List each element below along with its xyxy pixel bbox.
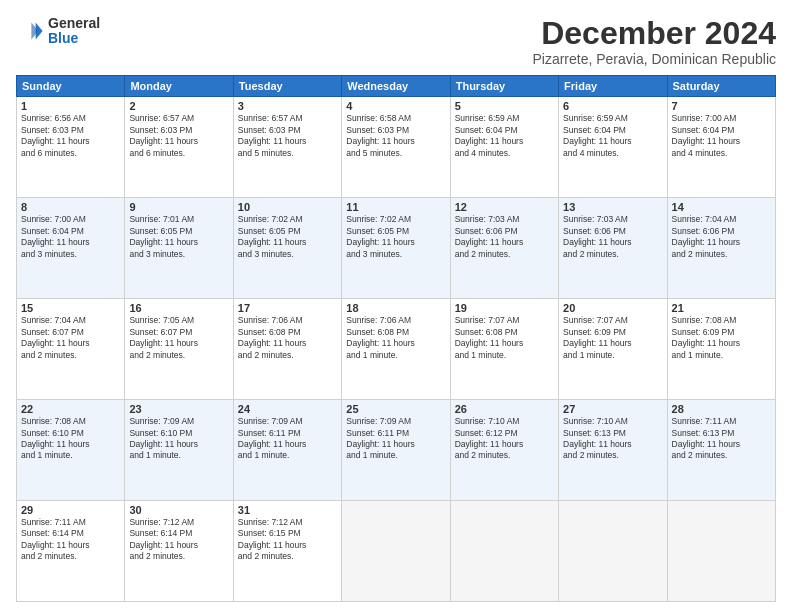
calendar-cell xyxy=(450,501,558,602)
calendar-cell: 25Sunrise: 7:09 AMSunset: 6:11 PMDayligh… xyxy=(342,400,450,501)
calendar-cell: 23Sunrise: 7:09 AMSunset: 6:10 PMDayligh… xyxy=(125,400,233,501)
weekday-header-saturday: Saturday xyxy=(667,76,775,97)
day-number: 27 xyxy=(563,403,662,415)
day-info: Sunrise: 6:57 AMSunset: 6:03 PMDaylight:… xyxy=(129,113,228,159)
location: Pizarrete, Peravia, Dominican Republic xyxy=(532,51,776,67)
day-info: Sunrise: 7:11 AMSunset: 6:13 PMDaylight:… xyxy=(672,416,771,462)
day-info: Sunrise: 7:02 AMSunset: 6:05 PMDaylight:… xyxy=(238,214,337,260)
day-info: Sunrise: 7:05 AMSunset: 6:07 PMDaylight:… xyxy=(129,315,228,361)
month-title: December 2024 xyxy=(532,16,776,51)
logo-icon xyxy=(16,17,44,45)
calendar-cell: 30Sunrise: 7:12 AMSunset: 6:14 PMDayligh… xyxy=(125,501,233,602)
calendar-cell: 20Sunrise: 7:07 AMSunset: 6:09 PMDayligh… xyxy=(559,299,667,400)
calendar-cell: 13Sunrise: 7:03 AMSunset: 6:06 PMDayligh… xyxy=(559,198,667,299)
day-number: 22 xyxy=(21,403,120,415)
calendar-cell: 28Sunrise: 7:11 AMSunset: 6:13 PMDayligh… xyxy=(667,400,775,501)
week-row-1: 1Sunrise: 6:56 AMSunset: 6:03 PMDaylight… xyxy=(17,97,776,198)
calendar-cell xyxy=(342,501,450,602)
day-number: 26 xyxy=(455,403,554,415)
day-info: Sunrise: 7:08 AMSunset: 6:10 PMDaylight:… xyxy=(21,416,120,462)
weekday-header-wednesday: Wednesday xyxy=(342,76,450,97)
day-number: 13 xyxy=(563,201,662,213)
day-number: 1 xyxy=(21,100,120,112)
day-info: Sunrise: 7:04 AMSunset: 6:06 PMDaylight:… xyxy=(672,214,771,260)
day-number: 25 xyxy=(346,403,445,415)
day-info: Sunrise: 7:03 AMSunset: 6:06 PMDaylight:… xyxy=(563,214,662,260)
weekday-header-tuesday: Tuesday xyxy=(233,76,341,97)
day-number: 11 xyxy=(346,201,445,213)
title-section: December 2024 Pizarrete, Peravia, Domini… xyxy=(532,16,776,67)
calendar-cell: 17Sunrise: 7:06 AMSunset: 6:08 PMDayligh… xyxy=(233,299,341,400)
logo-blue: Blue xyxy=(48,31,100,46)
day-number: 30 xyxy=(129,504,228,516)
calendar-cell: 14Sunrise: 7:04 AMSunset: 6:06 PMDayligh… xyxy=(667,198,775,299)
day-info: Sunrise: 7:00 AMSunset: 6:04 PMDaylight:… xyxy=(672,113,771,159)
calendar-cell: 19Sunrise: 7:07 AMSunset: 6:08 PMDayligh… xyxy=(450,299,558,400)
day-info: Sunrise: 7:09 AMSunset: 6:11 PMDaylight:… xyxy=(346,416,445,462)
day-number: 4 xyxy=(346,100,445,112)
weekday-header-thursday: Thursday xyxy=(450,76,558,97)
calendar-cell: 7Sunrise: 7:00 AMSunset: 6:04 PMDaylight… xyxy=(667,97,775,198)
day-number: 15 xyxy=(21,302,120,314)
day-number: 24 xyxy=(238,403,337,415)
calendar-cell: 4Sunrise: 6:58 AMSunset: 6:03 PMDaylight… xyxy=(342,97,450,198)
weekday-header-sunday: Sunday xyxy=(17,76,125,97)
calendar-cell: 12Sunrise: 7:03 AMSunset: 6:06 PMDayligh… xyxy=(450,198,558,299)
week-row-2: 8Sunrise: 7:00 AMSunset: 6:04 PMDaylight… xyxy=(17,198,776,299)
day-info: Sunrise: 7:09 AMSunset: 6:10 PMDaylight:… xyxy=(129,416,228,462)
day-number: 17 xyxy=(238,302,337,314)
day-number: 12 xyxy=(455,201,554,213)
day-info: Sunrise: 7:09 AMSunset: 6:11 PMDaylight:… xyxy=(238,416,337,462)
calendar-cell: 26Sunrise: 7:10 AMSunset: 6:12 PMDayligh… xyxy=(450,400,558,501)
day-info: Sunrise: 7:03 AMSunset: 6:06 PMDaylight:… xyxy=(455,214,554,260)
calendar-cell xyxy=(667,501,775,602)
day-number: 20 xyxy=(563,302,662,314)
calendar-cell: 2Sunrise: 6:57 AMSunset: 6:03 PMDaylight… xyxy=(125,97,233,198)
day-number: 28 xyxy=(672,403,771,415)
logo-text: General Blue xyxy=(48,16,100,47)
day-number: 18 xyxy=(346,302,445,314)
day-number: 3 xyxy=(238,100,337,112)
day-number: 5 xyxy=(455,100,554,112)
day-info: Sunrise: 7:00 AMSunset: 6:04 PMDaylight:… xyxy=(21,214,120,260)
week-row-3: 15Sunrise: 7:04 AMSunset: 6:07 PMDayligh… xyxy=(17,299,776,400)
calendar-cell: 24Sunrise: 7:09 AMSunset: 6:11 PMDayligh… xyxy=(233,400,341,501)
page: General Blue December 2024 Pizarrete, Pe… xyxy=(0,0,792,612)
day-info: Sunrise: 7:07 AMSunset: 6:08 PMDaylight:… xyxy=(455,315,554,361)
day-number: 19 xyxy=(455,302,554,314)
calendar-cell: 6Sunrise: 6:59 AMSunset: 6:04 PMDaylight… xyxy=(559,97,667,198)
day-number: 31 xyxy=(238,504,337,516)
day-info: Sunrise: 7:10 AMSunset: 6:13 PMDaylight:… xyxy=(563,416,662,462)
calendar-cell: 9Sunrise: 7:01 AMSunset: 6:05 PMDaylight… xyxy=(125,198,233,299)
calendar-cell: 15Sunrise: 7:04 AMSunset: 6:07 PMDayligh… xyxy=(17,299,125,400)
header: General Blue December 2024 Pizarrete, Pe… xyxy=(16,16,776,67)
calendar-cell xyxy=(559,501,667,602)
day-info: Sunrise: 7:08 AMSunset: 6:09 PMDaylight:… xyxy=(672,315,771,361)
logo: General Blue xyxy=(16,16,100,47)
logo-general: General xyxy=(48,16,100,31)
day-number: 14 xyxy=(672,201,771,213)
day-info: Sunrise: 7:06 AMSunset: 6:08 PMDaylight:… xyxy=(238,315,337,361)
day-info: Sunrise: 7:02 AMSunset: 6:05 PMDaylight:… xyxy=(346,214,445,260)
day-info: Sunrise: 7:12 AMSunset: 6:14 PMDaylight:… xyxy=(129,517,228,563)
day-number: 6 xyxy=(563,100,662,112)
day-number: 9 xyxy=(129,201,228,213)
calendar-cell: 10Sunrise: 7:02 AMSunset: 6:05 PMDayligh… xyxy=(233,198,341,299)
day-number: 23 xyxy=(129,403,228,415)
calendar-cell: 16Sunrise: 7:05 AMSunset: 6:07 PMDayligh… xyxy=(125,299,233,400)
day-info: Sunrise: 7:10 AMSunset: 6:12 PMDaylight:… xyxy=(455,416,554,462)
day-info: Sunrise: 6:58 AMSunset: 6:03 PMDaylight:… xyxy=(346,113,445,159)
calendar-cell: 27Sunrise: 7:10 AMSunset: 6:13 PMDayligh… xyxy=(559,400,667,501)
calendar-cell: 5Sunrise: 6:59 AMSunset: 6:04 PMDaylight… xyxy=(450,97,558,198)
calendar-cell: 29Sunrise: 7:11 AMSunset: 6:14 PMDayligh… xyxy=(17,501,125,602)
day-number: 2 xyxy=(129,100,228,112)
day-number: 16 xyxy=(129,302,228,314)
weekday-header-row: SundayMondayTuesdayWednesdayThursdayFrid… xyxy=(17,76,776,97)
day-number: 10 xyxy=(238,201,337,213)
calendar-cell: 8Sunrise: 7:00 AMSunset: 6:04 PMDaylight… xyxy=(17,198,125,299)
calendar-cell: 21Sunrise: 7:08 AMSunset: 6:09 PMDayligh… xyxy=(667,299,775,400)
day-number: 29 xyxy=(21,504,120,516)
week-row-4: 22Sunrise: 7:08 AMSunset: 6:10 PMDayligh… xyxy=(17,400,776,501)
day-info: Sunrise: 7:06 AMSunset: 6:08 PMDaylight:… xyxy=(346,315,445,361)
calendar-cell: 1Sunrise: 6:56 AMSunset: 6:03 PMDaylight… xyxy=(17,97,125,198)
